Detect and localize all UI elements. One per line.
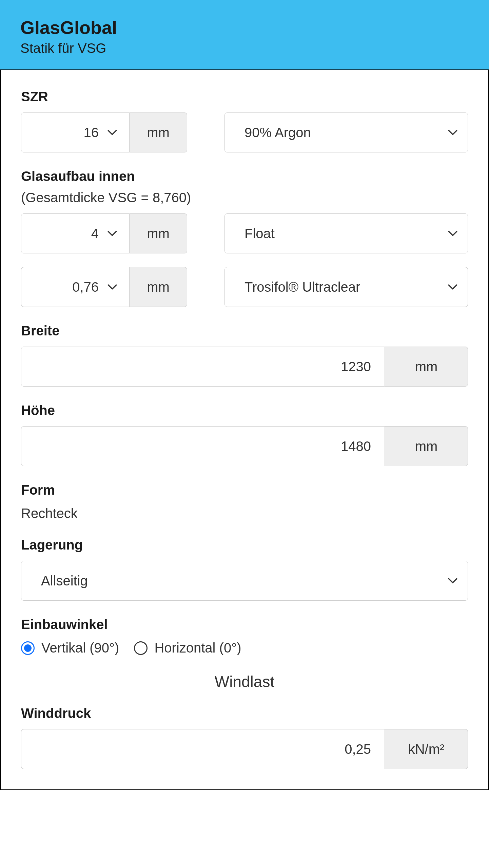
lagerung-select[interactable]: Allseitig: [21, 561, 468, 601]
breite-group: Breite 1230 mm: [21, 323, 468, 387]
layer2-thickness-group: 0,76 mm: [21, 267, 187, 307]
chevron-down-icon: [107, 230, 117, 236]
form-group: Form Rechteck: [21, 482, 468, 521]
lagerung-label: Lagerung: [21, 537, 468, 553]
layer2-thickness-select[interactable]: 0,76: [21, 267, 130, 307]
hoehe-label: Höhe: [21, 403, 468, 418]
szr-gas-select[interactable]: 90% Argon: [224, 112, 468, 152]
chevron-down-icon: [107, 129, 117, 136]
app-header: GlasGlobal Statik für VSG: [0, 0, 489, 70]
chevron-down-icon: [448, 230, 457, 236]
layer1-material-select[interactable]: Float: [224, 213, 468, 253]
hoehe-input-group: 1480 mm: [21, 426, 468, 466]
einbauwinkel-horizontal-label: Horizontal (0°): [154, 640, 241, 656]
app-subtitle: Statik für VSG: [20, 41, 469, 56]
einbauwinkel-group: Einbauwinkel Vertikal (90°) Horizontal (…: [21, 617, 468, 656]
breite-label: Breite: [21, 323, 468, 338]
layer2-thickness-value: 0,76: [72, 280, 99, 295]
szr-label: SZR: [21, 89, 468, 104]
form-content: SZR 16 mm 90% Argon: [0, 70, 489, 790]
breite-unit: mm: [385, 347, 468, 387]
radio-checked-icon: [21, 641, 35, 655]
layer1-thickness-select[interactable]: 4: [21, 213, 130, 253]
einbauwinkel-vertikal-radio[interactable]: Vertikal (90°): [21, 640, 119, 656]
winddruck-group: Winddruck 0,25 kN/m²: [21, 706, 468, 769]
breite-value: 1230: [341, 359, 371, 374]
szr-group: SZR 16 mm 90% Argon: [21, 89, 468, 152]
layer1-thickness-group: 4 mm: [21, 213, 187, 253]
glasaufbau-innen-group: Glasaufbau innen (Gesamtdicke VSG = 8,76…: [21, 169, 468, 307]
breite-input[interactable]: 1230: [21, 347, 385, 387]
chevron-down-icon: [448, 284, 457, 290]
breite-input-group: 1230 mm: [21, 347, 468, 387]
form-value: Rechteck: [21, 506, 468, 521]
winddruck-value: 0,25: [345, 742, 371, 757]
winddruck-unit: kN/m²: [385, 729, 468, 769]
szr-thickness-select[interactable]: 16: [21, 112, 130, 152]
einbauwinkel-vertikal-label: Vertikal (90°): [41, 640, 119, 656]
winddruck-input-group: 0,25 kN/m²: [21, 729, 468, 769]
radio-unchecked-icon: [134, 641, 148, 655]
szr-thickness-unit: mm: [130, 112, 187, 152]
windlast-heading: Windlast: [21, 673, 468, 691]
winddruck-label: Winddruck: [21, 706, 468, 721]
form-label: Form: [21, 482, 468, 498]
hoehe-group: Höhe 1480 mm: [21, 403, 468, 466]
einbauwinkel-horizontal-radio[interactable]: Horizontal (0°): [134, 640, 241, 656]
winddruck-input[interactable]: 0,25: [21, 729, 385, 769]
layer1-thickness-value: 4: [91, 226, 99, 241]
szr-thickness-value: 16: [84, 125, 99, 140]
layer2-material-value: Trosifol® Ultraclear: [244, 280, 360, 295]
layer1-thickness-unit: mm: [130, 213, 187, 253]
lagerung-group: Lagerung Allseitig: [21, 537, 468, 601]
hoehe-value: 1480: [341, 439, 371, 454]
chevron-down-icon: [107, 284, 117, 290]
layer2-material-select[interactable]: Trosifol® Ultraclear: [224, 267, 468, 307]
layer1-material-value: Float: [244, 226, 275, 241]
hoehe-input[interactable]: 1480: [21, 426, 385, 466]
glasaufbau-innen-sublabel: (Gesamtdicke VSG = 8,760): [21, 190, 468, 205]
chevron-down-icon: [448, 578, 457, 584]
szr-thickness-group: 16 mm: [21, 112, 187, 152]
lagerung-value: Allseitig: [41, 573, 88, 588]
chevron-down-icon: [448, 129, 457, 136]
szr-gas-value: 90% Argon: [244, 125, 311, 140]
einbauwinkel-label: Einbauwinkel: [21, 617, 468, 632]
hoehe-unit: mm: [385, 426, 468, 466]
layer2-thickness-unit: mm: [130, 267, 187, 307]
glasaufbau-innen-label: Glasaufbau innen: [21, 169, 468, 184]
app-title: GlasGlobal: [20, 17, 469, 38]
